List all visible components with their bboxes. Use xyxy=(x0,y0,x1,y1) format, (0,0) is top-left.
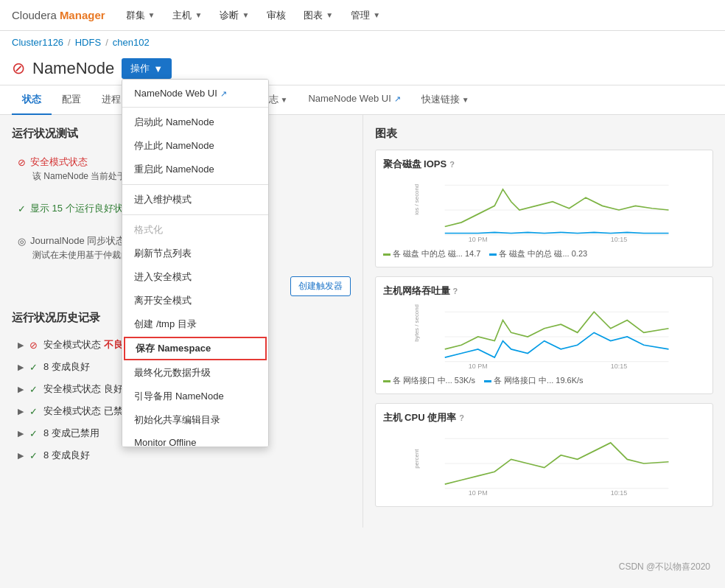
dropdown-separator xyxy=(122,214,268,215)
health-item-text: JournalNode 同步状态 xyxy=(30,234,125,248)
expand-icon: ▶ xyxy=(18,363,24,372)
nav-menu: 群集▼主机▼诊断▼审核图表▼管理▼ xyxy=(117,0,390,31)
legend-dot xyxy=(383,253,390,256)
chart-info-icon[interactable]: ? xyxy=(449,160,455,169)
action-dropdown-menu: NameNode Web UI↗启动此 NameNode停止此 NameNode… xyxy=(122,79,269,447)
error-status-icon: ⊘ xyxy=(18,157,26,168)
history-item-text: 安全模式状态 良好 xyxy=(43,382,123,396)
brand-manager: Manager xyxy=(60,9,105,21)
tab-NameNode-Web-UI[interactable]: NameNode Web UI↗ xyxy=(298,85,410,115)
action-btn-arrow: ▼ xyxy=(153,63,163,74)
history-item-text: 8 变成良好 xyxy=(43,449,90,462)
legend-dot xyxy=(383,380,390,382)
dropdown-item-bootstrap-standby[interactable]: 引导备用 NameNode xyxy=(122,385,268,408)
dropdown-separator xyxy=(122,107,268,108)
chart-svg: percent10 PM10:15 xyxy=(383,430,706,497)
external-icon: ↗ xyxy=(220,89,227,98)
svg-text:percent: percent xyxy=(413,449,419,469)
good-history-icon: ✓ xyxy=(29,384,38,395)
chart-title: 主机网络吞吐量? xyxy=(383,284,706,298)
svg-text:10:15: 10:15 xyxy=(610,489,627,497)
history-item-text: 安全模式状态 不良 xyxy=(43,338,123,351)
breadcrumb-cluster[interactable]: Cluster1126 xyxy=(12,37,63,48)
chart-title-text: 主机网络吞吐量 xyxy=(383,284,450,298)
brand-cloudera: Cloudera xyxy=(12,9,57,21)
dropdown-item-format: 格式化 xyxy=(122,218,268,242)
legend-item: 各 磁盘 中的总 磁... 0.23 xyxy=(489,248,587,259)
legend-label: 各 网络接口 中... 19.6K/s xyxy=(494,376,584,385)
dropdown-item-maintenance-mode[interactable]: 进入维护模式 xyxy=(122,188,268,211)
nav-item-主机[interactable]: 主机▼ xyxy=(164,0,211,31)
tab-配置[interactable]: 配置 xyxy=(52,85,91,115)
chart-title: 主机 CPU 使用率? xyxy=(383,411,706,424)
expand-icon: ▶ xyxy=(18,429,24,438)
health-item-text: 安全模式状态 xyxy=(30,155,88,169)
good-status-icon: ✓ xyxy=(18,203,26,214)
dropdown-item-namenode-webui[interactable]: NameNode Web UI↗ xyxy=(122,83,268,104)
right-panel: 图表 聚合磁盘 IOPS?ios / second10 PM10:15各 磁盘 … xyxy=(362,115,726,528)
good-history-icon: ✓ xyxy=(29,362,38,373)
legend-label: 各 磁盘 中的总 磁... 0.23 xyxy=(499,249,587,258)
create-trigger-button[interactable]: 创建触发器 xyxy=(290,276,351,296)
svg-text:10 PM: 10 PM xyxy=(468,236,487,243)
dropdown-item-enter-safe[interactable]: 进入安全模式 xyxy=(122,265,268,289)
dropdown-separator xyxy=(122,184,268,185)
dropdown-item-save-namespace[interactable]: 保存 Namespace xyxy=(124,337,267,360)
chart-card-2: 主机 CPU 使用率?percent10 PM10:15 xyxy=(375,403,714,507)
dropdown-item-finalize-upgrade[interactable]: 最终化元数据升级 xyxy=(122,361,268,385)
expand-icon: ▶ xyxy=(18,451,24,461)
legend-dot xyxy=(484,380,491,382)
chart-title-text: 聚合磁盘 IOPS xyxy=(383,158,447,171)
dropdown-item-create-tmp[interactable]: 创建 /tmp 目录 xyxy=(122,312,268,336)
chart-info-icon[interactable]: ? xyxy=(453,287,458,295)
page-header: ⊘ NameNode 操作 ▼ NameNode Web UI↗启动此 Name… xyxy=(0,54,725,85)
dropdown-item-monitor-offline[interactable]: Monitor Offline xyxy=(122,432,268,447)
dropdown-item-stop-namenode[interactable]: 停止此 NameNode xyxy=(122,134,268,158)
good-history-icon: ✓ xyxy=(29,450,38,461)
history-item[interactable]: ▶✓8 变成良好 xyxy=(12,444,351,466)
nav-item-图表[interactable]: 图表▼ xyxy=(295,0,342,31)
action-btn-wrapper: 操作 ▼ NameNode Web UI↗启动此 NameNode停止此 Nam… xyxy=(122,58,172,79)
dropdown-item-refresh-nodes[interactable]: 刷新节点列表 xyxy=(122,242,268,265)
chart-svg: ios / second10 PM10:15 xyxy=(383,177,706,243)
breadcrumb-hdfs[interactable]: HDFS xyxy=(75,37,101,48)
tab-arrow-icon: ▼ xyxy=(460,96,469,104)
chart-svg: bytes / second10 PM10:15 xyxy=(383,304,706,370)
nav-item-管理[interactable]: 管理▼ xyxy=(342,0,389,31)
chart-title: 聚合磁盘 IOPS? xyxy=(383,158,706,171)
tabs-bar: 状态配置进程核日志文件 ▼堆栈日志 ▼NameNode Web UI↗快速链接 … xyxy=(0,85,725,115)
nav-arrow-icon: ▼ xyxy=(242,11,249,19)
chart-title-text: 主机 CPU 使用率 xyxy=(383,411,457,424)
error-history-icon: ⊘ xyxy=(29,340,38,351)
nav-arrow-icon: ▼ xyxy=(195,11,202,19)
chart-legend: 各 磁盘 中的总 磁... 14.7各 磁盘 中的总 磁... 0.23 xyxy=(383,248,706,259)
action-button[interactable]: 操作 ▼ xyxy=(122,58,172,79)
breadcrumb-host[interactable]: chen102 xyxy=(113,37,150,48)
page-title: NameNode xyxy=(32,59,114,78)
svg-text:10:15: 10:15 xyxy=(610,363,627,370)
legend-item: 各 网络接口 中... 53K/s xyxy=(383,375,475,386)
tab-快速链接[interactable]: 快速链接 ▼ xyxy=(411,85,480,115)
tab-状态[interactable]: 状态 xyxy=(12,85,52,115)
chart-info-icon[interactable]: ? xyxy=(459,413,464,422)
dropdown-item-leave-safe[interactable]: 离开安全模式 xyxy=(122,289,268,312)
expand-icon: ▶ xyxy=(18,385,24,394)
main-content: 运行状况测试 ⊘安全模式状态该 NameNode 当前处于 s...✓显示 15… xyxy=(0,115,725,528)
nav-item-诊断[interactable]: 诊断▼ xyxy=(211,0,258,31)
legend-label: 各 磁盘 中的总 磁... 14.7 xyxy=(393,249,481,258)
legend-dot xyxy=(489,253,497,256)
history-item-text: 8 变成良好 xyxy=(43,360,90,374)
chart-section-title: 图表 xyxy=(375,127,714,141)
dropdown-item-start-namenode[interactable]: 启动此 NameNode xyxy=(122,111,268,134)
legend-item: 各 磁盘 中的总 磁... 14.7 xyxy=(383,248,481,259)
chart-card-1: 主机网络吞吐量?bytes / second10 PM10:15各 网络接口 中… xyxy=(375,276,714,394)
nav-arrow-icon: ▼ xyxy=(373,11,380,19)
dropdown-item-init-shared-edits[interactable]: 初始化共享编辑目录 xyxy=(122,408,268,432)
tab-arrow-icon: ▼ xyxy=(279,96,288,104)
dropdown-item-restart-namenode[interactable]: 重启此 NameNode xyxy=(122,158,268,181)
svg-text:10 PM: 10 PM xyxy=(468,489,487,497)
expand-icon: ▶ xyxy=(18,407,24,416)
nav-item-群集[interactable]: 群集▼ xyxy=(117,0,164,31)
svg-text:ios / second: ios / second xyxy=(413,184,419,215)
nav-item-审核[interactable]: 审核 xyxy=(258,0,295,31)
